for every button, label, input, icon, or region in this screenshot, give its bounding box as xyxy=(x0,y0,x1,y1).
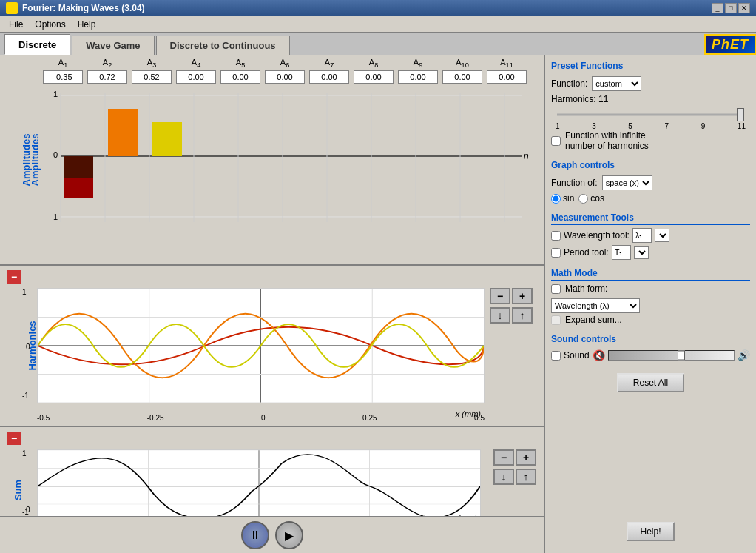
infinite-harmonics-row: Function with infinite number of harmoni… xyxy=(551,130,750,151)
amp-header-11: A11 xyxy=(485,58,529,69)
sound-controls-section: Sound controls Sound 🔇 🔊 xyxy=(551,334,750,364)
wavelength-select[interactable]: ▼ xyxy=(655,229,669,242)
period-tool-checkbox[interactable] xyxy=(551,248,561,258)
title-bar: Fourier: Making Waves (3.04) _ □ ✕ xyxy=(0,0,756,16)
amp-input-2[interactable] xyxy=(87,70,127,84)
function-of-select[interactable]: space (x) time (t) xyxy=(602,175,652,190)
sum-zoom-in-button[interactable]: + xyxy=(516,449,536,466)
title-controls: _ □ ✕ xyxy=(712,3,750,13)
harmonics-count-row: Harmonics: 11 xyxy=(551,94,750,104)
sound-controls-title: Sound controls xyxy=(551,334,750,346)
cos-radio[interactable] xyxy=(578,194,588,204)
math-form-checkbox[interactable] xyxy=(551,284,561,294)
wavelength-mode-select[interactable]: Wavelength (λ) xyxy=(551,298,640,313)
amp-input-4[interactable] xyxy=(176,70,216,84)
amp-input-1[interactable] xyxy=(43,70,83,84)
pause-button[interactable]: ⏸ xyxy=(241,521,269,549)
help-button[interactable]: Help! xyxy=(627,522,674,541)
amp-header-1: A1 xyxy=(41,58,85,69)
expand-sum-row: Expand sum... xyxy=(551,315,750,325)
infinite-harmonics-checkbox[interactable] xyxy=(551,136,561,146)
tab-bar: Discrete Wave Game Discrete to Continuou… xyxy=(0,33,756,55)
harmonics-zoom-in-button[interactable]: + xyxy=(512,288,533,304)
harmonics-collapse-button[interactable]: − xyxy=(7,270,21,284)
sum-zoom-down-button[interactable]: ↓ xyxy=(493,469,514,485)
amplitudes-section: Amplitudes A1 A2 A3 A4 A5 A6 A7 A8 A9 A1… xyxy=(0,55,544,266)
harmonics-slider-container: 1 3 5 7 9 11 xyxy=(551,107,750,130)
close-button[interactable]: ✕ xyxy=(738,3,750,13)
harmonics-x-max: 0.5 xyxy=(474,414,485,422)
svg-text:n: n xyxy=(524,151,529,161)
amp-header-4: A4 xyxy=(174,58,218,69)
harmonics-y-max: 1 xyxy=(22,288,27,296)
amp-input-5[interactable] xyxy=(220,70,260,84)
reset-all-button[interactable]: Reset All xyxy=(617,373,684,392)
amp-input-8[interactable] xyxy=(354,70,394,84)
amp-header-5: A5 xyxy=(218,58,263,69)
harmonics-x-0: 0 xyxy=(261,414,266,422)
expand-sum-checkbox[interactable] xyxy=(551,315,561,325)
sum-chart[interactable] xyxy=(37,449,481,523)
volume-slider[interactable] xyxy=(608,350,735,361)
right-panel: Preset Functions Function: custom sine c… xyxy=(544,55,756,553)
infinite-harmonics-label: Function with infinite number of harmoni… xyxy=(565,130,649,151)
wavelength-tool-row: Wavelength tool: λ₁ ▼ xyxy=(551,228,750,243)
maximize-button[interactable]: □ xyxy=(725,3,737,13)
amp-input-9[interactable] xyxy=(398,70,438,84)
slider-label-1: 1 xyxy=(556,122,560,130)
tab-wave-game[interactable]: Wave Game xyxy=(72,36,154,55)
math-mode-title: Math Mode xyxy=(551,268,750,281)
amp-input-10[interactable] xyxy=(442,70,482,84)
harmonics-zoom-up-button[interactable]: ↑ xyxy=(512,307,533,324)
sound-row: Sound 🔇 🔊 xyxy=(551,349,750,361)
volume-high-icon: 🔊 xyxy=(738,349,750,361)
sum-y-min: -1 xyxy=(22,508,29,516)
harmonics-slider-track xyxy=(554,107,747,122)
preset-function-label: Function: xyxy=(551,78,587,89)
amp-input-7[interactable] xyxy=(309,70,349,84)
amp-header-6: A6 xyxy=(263,58,307,69)
tab-discrete[interactable]: Discrete xyxy=(4,34,70,55)
menu-options[interactable]: Options xyxy=(29,18,71,31)
left-panel: Amplitudes A1 A2 A3 A4 A5 A6 A7 A8 A9 A1… xyxy=(0,55,544,553)
amp-input-6[interactable] xyxy=(265,70,305,84)
svg-text:0: 0 xyxy=(53,150,58,159)
sum-collapse-button[interactable]: − xyxy=(7,432,21,445)
sum-zoom-out-button[interactable]: − xyxy=(493,449,514,466)
harmonics-zoom-down-button[interactable]: ↓ xyxy=(490,307,510,324)
harmonics-thumb[interactable] xyxy=(737,108,744,121)
menu-file[interactable]: File xyxy=(3,18,29,31)
amp-input-11[interactable] xyxy=(487,70,527,84)
svg-text:-1: -1 xyxy=(50,212,58,221)
amp-header-2: A2 xyxy=(85,58,129,69)
preset-function-select[interactable]: custom sine cosine triangle square sawto… xyxy=(592,76,641,91)
volume-thumb[interactable] xyxy=(678,351,685,361)
sin-radio[interactable] xyxy=(551,194,561,204)
minimize-button[interactable]: _ xyxy=(712,3,723,13)
measurement-tools-title: Measurement Tools xyxy=(551,212,750,225)
sum-y-max: 1 xyxy=(22,449,27,458)
svg-rect-20 xyxy=(108,109,138,156)
tab-discrete-continuous[interactable]: Discrete to Continuous xyxy=(156,36,290,55)
function-of-row: Function of: space (x) time (t) xyxy=(551,175,750,190)
preset-title: Preset Functions xyxy=(551,61,750,73)
step-button[interactable]: ▶ xyxy=(275,521,303,549)
math-mode-section: Math Mode Math form: Wavelength (λ) Expa… xyxy=(551,268,750,328)
wavelength-tool-checkbox[interactable] xyxy=(551,231,561,241)
amp-input-3[interactable] xyxy=(132,70,172,84)
period-select[interactable]: ▼ xyxy=(634,246,649,259)
function-of-label: Function of: xyxy=(551,178,598,188)
sum-section: − Sum xyxy=(0,427,544,553)
harmonics-zoom-out-button[interactable]: − xyxy=(490,288,510,304)
graph-controls-section: Graph controls Function of: space (x) ti… xyxy=(551,160,750,207)
sound-checkbox[interactable] xyxy=(551,351,561,361)
amp-header-7: A7 xyxy=(307,58,351,69)
preset-section: Preset Functions Function: custom sine c… xyxy=(551,61,750,154)
slider-labels: 1 3 5 7 9 11 xyxy=(554,122,747,130)
menu-help[interactable]: Help xyxy=(72,18,102,31)
harmonics-x-25p: 0.25 xyxy=(362,414,377,422)
sum-zoom-up-button[interactable]: ↑ xyxy=(516,469,536,485)
amplitude-chart[interactable]: 1 1 0 -1 xyxy=(37,85,531,227)
cos-radio-label: cos xyxy=(578,193,604,204)
harmonics-chart[interactable] xyxy=(37,288,485,403)
